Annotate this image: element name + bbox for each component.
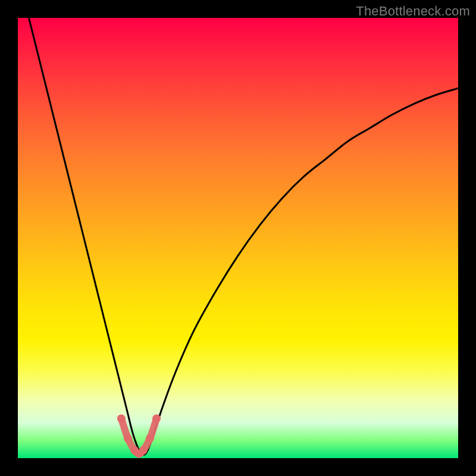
bottleneck-curve [18,0,458,455]
plot-area [18,18,458,458]
svg-point-5 [146,434,154,443]
svg-point-0 [117,414,126,422]
curve-layer [18,18,458,458]
chart-frame: TheBottleneck.com [0,0,476,476]
svg-point-6 [152,414,161,422]
svg-point-1 [124,434,132,443]
watermark-text: TheBottleneck.com [356,4,470,19]
svg-point-4 [139,446,148,455]
valley-highlight [117,414,161,458]
